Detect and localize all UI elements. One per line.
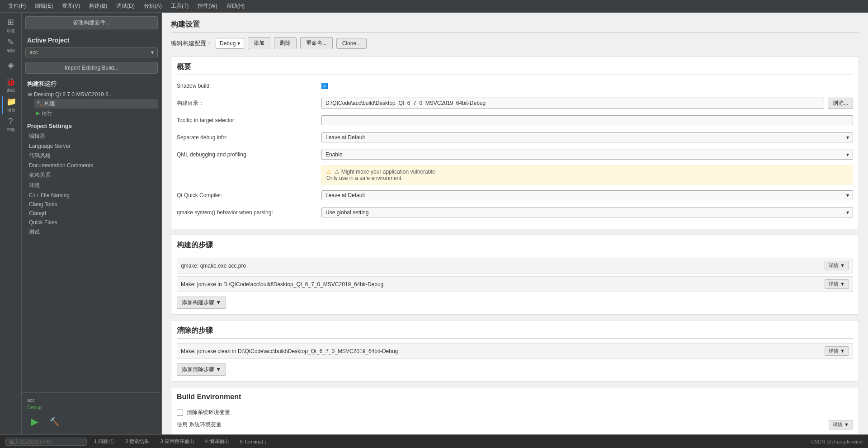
qt-quick-row: Qt Quick Compiler: Leave at Default ▾: [177, 189, 853, 202]
summary-title: 概要: [177, 62, 853, 75]
debug-icon: 🐞: [6, 77, 16, 87]
run-item[interactable]: ▶ 运行: [34, 108, 158, 118]
add-config-button[interactable]: 添加: [248, 37, 270, 49]
build-step-2-text: Make: jom.exe in D:\QtCode\acc\build\Des…: [181, 281, 383, 288]
use-env-detail-button[interactable]: 详情 ▼: [829, 420, 853, 429]
activity-welcome[interactable]: ⊞ 欢迎: [2, 16, 20, 34]
settings-item-environment[interactable]: 环境: [25, 180, 158, 191]
shadow-build-checkbox[interactable]: ✓: [321, 83, 328, 89]
config-label: 编辑构建配置：: [171, 39, 212, 47]
delete-config-button[interactable]: 删除: [274, 37, 297, 49]
status-tab-terminal[interactable]: 5 Terminal ↓: [236, 437, 270, 446]
build-step-1-detail-button[interactable]: 详情 ▼: [825, 261, 849, 270]
settings-item-code-style[interactable]: 代码风格: [25, 151, 158, 161]
shadow-build-row: Shadow build: ✓: [177, 80, 853, 92]
qmake-row: qmake system() behavior when parsing: Us…: [177, 206, 853, 219]
build-run-title: 构建和运行: [22, 76, 161, 90]
edit-label: 编辑: [7, 48, 15, 54]
menu-controls[interactable]: 控件(W): [193, 0, 222, 12]
menu-file[interactable]: 文件(F): [4, 0, 30, 12]
clean-step-1-detail-button[interactable]: 详情 ▼: [825, 346, 849, 356]
debug-label: 调试: [7, 88, 15, 94]
config-value: Debug: [220, 40, 236, 47]
activity-help[interactable]: ? 帮助: [2, 116, 20, 134]
warning-box: ⚠ ⚠ Might make your application vulnerab…: [321, 165, 853, 184]
settings-item-doc-comments[interactable]: Documentation Comments: [25, 161, 158, 170]
use-env-row: 使用 系统环境变量 详情 ▼: [177, 420, 853, 429]
settings-item-dependencies[interactable]: 依赖关系: [25, 170, 158, 180]
separate-debug-select[interactable]: Leave at Default ▾: [321, 132, 853, 142]
settings-item-quick-fixes[interactable]: Quick Fixes: [25, 218, 158, 227]
status-tab-problems[interactable]: 1 问题 ①: [90, 436, 118, 447]
search-input[interactable]: [5, 438, 87, 446]
project-selector-arrow: ▾: [151, 49, 154, 56]
activity-project[interactable]: 📁 项目: [2, 96, 20, 114]
hammer-icon: 🔨: [36, 101, 42, 107]
qt-quick-arrow: ▾: [846, 192, 849, 198]
separate-debug-row: Separate debug info: Leave at Default ▾: [177, 131, 853, 144]
qt-quick-select[interactable]: Leave at Default ▾: [321, 190, 853, 200]
menu-edit[interactable]: 编辑(E): [30, 0, 57, 12]
desktop-target-label: Desktop Qt 6.7.0 MSVC2019 6...: [34, 91, 113, 98]
build-step-2-detail-button[interactable]: 详情 ▼: [825, 279, 849, 289]
build-dir-input[interactable]: [321, 98, 824, 109]
clean-step-1-text: Make: jom.exe clean in D:\QtCode\acc\bui…: [181, 348, 398, 354]
desktop-target-item[interactable]: 🖥 Desktop Qt 6.7.0 MSVC2019 6...: [25, 90, 158, 99]
run-label: 运行: [42, 109, 52, 117]
edit-icon: ✎: [7, 37, 14, 47]
menu-tools[interactable]: 工具(T): [166, 0, 193, 12]
menu-analyze[interactable]: 分析(A): [139, 0, 166, 12]
main-layout: ⊞ 欢迎 ✎ 编辑 ◈ 🐞 调试 📁 项目 ? 帮助 管理构建套件... Act…: [0, 13, 868, 434]
add-build-step-button[interactable]: 添加构建步骤 ▼: [177, 297, 226, 309]
build-step-1-text: qmake: qmake.exe acc.pro: [181, 263, 246, 269]
warning-line2: Only use in a safe environment.: [326, 175, 403, 181]
content-area: 构建设置 编辑构建配置： Debug ▾ 添加 删除 重命名... Clone.…: [162, 13, 868, 434]
settings-item-clangd[interactable]: Clangd: [25, 209, 158, 218]
project-selector[interactable]: acc ▾: [25, 47, 158, 57]
build-steps-title: 构建的步骤: [177, 241, 853, 253]
build-environment-section: Build Environment 清除系统环境变量 使用 系统环境变量 详情 …: [171, 387, 859, 434]
tooltip-label: Tooltip in target selector:: [177, 117, 321, 123]
separate-debug-value: Leave at Default: [326, 134, 365, 141]
build-button[interactable]: 🔨: [45, 413, 63, 431]
settings-item-cpp-naming[interactable]: C++ File Naming: [25, 191, 158, 200]
settings-item-language-server[interactable]: Language Server: [25, 141, 158, 151]
status-tab-compile-output[interactable]: 4 编译输出: [202, 436, 233, 447]
build-step-1: qmake: qmake.exe acc.pro 详情 ▼: [177, 258, 853, 274]
debug-mode-label: Debug: [25, 404, 158, 411]
manage-build-kits-button[interactable]: 管理构建套件...: [25, 16, 158, 29]
qmake-select[interactable]: Use global setting ▾: [321, 207, 853, 217]
add-clean-step-button[interactable]: 添加清除步骤 ▼: [177, 363, 226, 376]
build-dir-row: 构建目录： 浏览...: [177, 97, 853, 109]
menu-view[interactable]: 视图(V): [57, 0, 85, 12]
import-existing-build-button[interactable]: Import Existing Build...: [25, 62, 158, 74]
settings-item-editor[interactable]: 编辑器: [25, 131, 158, 141]
config-select[interactable]: Debug ▾: [216, 38, 244, 49]
qml-debug-select[interactable]: Enable ▾: [321, 150, 853, 160]
browse-button[interactable]: 浏览...: [828, 98, 853, 109]
activity-debug[interactable]: 🐞 调试: [2, 76, 20, 94]
status-tab-search[interactable]: 2 搜索结果: [122, 436, 153, 447]
clear-env-checkbox[interactable]: [177, 410, 183, 416]
qml-debug-arrow: ▾: [846, 151, 849, 158]
activity-edit[interactable]: ✎ 编辑: [2, 36, 20, 54]
summary-section: 概要 Shadow build: ✓ 构建目录： 浏览... Tooltip i…: [171, 57, 859, 229]
rename-config-button[interactable]: 重命名...: [300, 37, 333, 49]
help-icon: ?: [8, 117, 13, 126]
settings-item-clang-tools[interactable]: Clang Tools: [25, 200, 158, 209]
menu-debug[interactable]: 调试(D): [112, 0, 139, 12]
build-item[interactable]: 🔨 构建: [34, 99, 158, 108]
settings-item-tests[interactable]: 测试: [25, 227, 158, 237]
menu-help[interactable]: 帮助(H): [222, 0, 250, 12]
activity-design[interactable]: ◈: [2, 56, 20, 74]
run-button[interactable]: ▶: [25, 413, 43, 431]
clean-steps-title: 清除的步骤: [177, 326, 853, 339]
warning-line1: ⚠ Might make your application vulnerable…: [335, 169, 437, 175]
qml-debug-row: QML debugging and profiling: Enable ▾: [177, 148, 853, 161]
menu-build[interactable]: 构建(B): [85, 0, 112, 12]
tooltip-input[interactable]: [321, 115, 853, 125]
clean-step-1: Make: jom.exe clean in D:\QtCode\acc\bui…: [177, 343, 853, 359]
status-tab-app-output[interactable]: 3 应用程序输出: [156, 436, 198, 447]
clone-config-button[interactable]: Clone...: [336, 38, 367, 49]
build-tree: 🖥 Desktop Qt 6.7.0 MSVC2019 6... 🔨 构建 ▶ …: [22, 90, 161, 118]
